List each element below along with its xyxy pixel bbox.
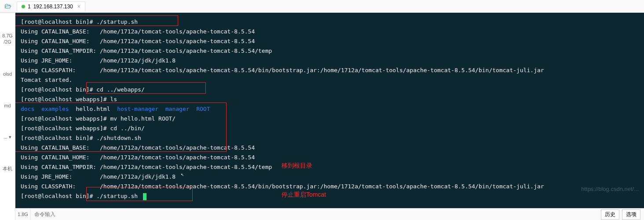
options-button[interactable]: 选项 bbox=[622, 209, 640, 220]
disk-stat-1: 8.7G bbox=[2, 33, 13, 39]
terminal-line: Using CATALINA_TMPDIR: /home/1712a/tomca… bbox=[21, 46, 639, 56]
terminal-line: [root@localhost webapps]# mv hello.html … bbox=[21, 114, 639, 124]
terminal-line: Tomcat started. bbox=[21, 75, 639, 85]
status-dot-icon bbox=[22, 5, 25, 8]
cursor-icon bbox=[143, 193, 146, 200]
terminal-line: [root@localhost bin]# ./startup.sh bbox=[21, 17, 639, 27]
tab-bar: 🗁 1 192.168.137.130 × bbox=[0, 0, 644, 13]
close-icon[interactable]: × bbox=[77, 4, 80, 10]
left-sidebar: 8.7G /2G olsd md ... ▾ 本机 bbox=[0, 13, 15, 220]
mouse-cursor-icon: ↖ bbox=[181, 169, 184, 179]
bottom-stat: 1.8G bbox=[15, 209, 31, 220]
terminal-line: Using CATALINA_HOME: /home/1712a/tomcat-… bbox=[21, 153, 639, 162]
ls-item: docs bbox=[21, 106, 34, 112]
command-input[interactable] bbox=[31, 211, 601, 217]
terminal-line: Using JRE_HOME: /home/1712a/jdk/jdk1.8 bbox=[21, 56, 639, 66]
disk-stat: 8.7G /2G bbox=[2, 33, 13, 45]
ls-item: examples bbox=[41, 106, 69, 112]
folder-icon[interactable]: 🗁 bbox=[2, 3, 14, 10]
terminal-line: docs examples hello.html host-manager ma… bbox=[21, 104, 639, 114]
more-menu[interactable]: ... ▾ bbox=[4, 134, 11, 140]
svc-stat: olsd bbox=[3, 71, 12, 77]
terminal-line: Using JRE_HOME: /home/1712a/jdk/jdk1.8 bbox=[21, 172, 639, 182]
terminal-line: Using CLASSPATH: /home/1712a/tomcat-tool… bbox=[21, 182, 639, 191]
local-label: 本机 bbox=[3, 165, 12, 172]
terminal-line: [root@localhost bin]# ./shutdown.sh bbox=[21, 133, 639, 143]
terminal-line: [root@localhost bin]# cd ../webapps/ bbox=[21, 85, 639, 95]
bottom-bar: 1.8G 历史 选项 bbox=[15, 208, 644, 220]
terminal-line: [root@localhost webapps]# ls bbox=[21, 95, 639, 104]
history-button[interactable]: 历史 bbox=[601, 209, 619, 220]
terminal-line: Using CATALINA_HOME: /home/1712a/tomcat-… bbox=[21, 37, 639, 46]
annotation-text: 移到根目录 停止重启Tomcat bbox=[282, 141, 326, 208]
tab-title: 192.168.137.130 bbox=[33, 4, 73, 10]
svc-stat-2: md bbox=[4, 103, 11, 109]
ls-item: host-manager bbox=[117, 106, 158, 112]
ls-item: ROOT bbox=[196, 106, 210, 112]
terminal-output[interactable]: [root@localhost bin]# ./startup.shUsing … bbox=[15, 13, 644, 208]
terminal-line: [root@localhost bin]# ./startup.sh bbox=[21, 191, 639, 201]
svc-1: olsd bbox=[3, 71, 12, 77]
terminal-line: [root@localhost webapps]# cd ../bin/ bbox=[21, 124, 639, 133]
svc-2: md bbox=[4, 103, 11, 109]
tab-index: 1 bbox=[28, 4, 31, 10]
ls-item: hello.html bbox=[76, 106, 110, 112]
ls-item: manager bbox=[165, 106, 190, 112]
terminal-line: Using CATALINA_BASE: /home/1712a/tomcat-… bbox=[21, 27, 639, 37]
session-tab[interactable]: 1 192.168.137.130 × bbox=[17, 1, 85, 11]
terminal-line: Using CATALINA_TMPDIR: /home/1712a/tomca… bbox=[21, 162, 639, 172]
terminal-line: Using CATALINA_BASE: /home/1712a/tomcat-… bbox=[21, 143, 639, 153]
terminal-line: Using CLASSPATH: /home/1712a/tomcat-tool… bbox=[21, 66, 639, 75]
disk-stat-2: /2G bbox=[4, 39, 11, 45]
